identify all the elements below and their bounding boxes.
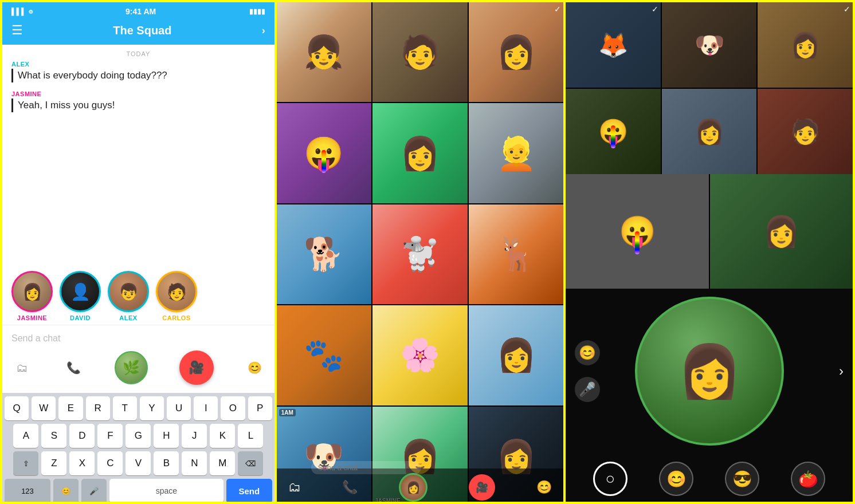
key-s[interactable]: S: [41, 424, 66, 448]
chat-action-bar: 🗂 📞 🌿 🎥 😊: [11, 347, 265, 388]
emoji-icon[interactable]: 😊: [245, 357, 265, 378]
person-face-10: 🐾: [304, 336, 344, 374]
backspace-key[interactable]: ⌫: [238, 451, 263, 475]
face-effect-button[interactable]: 😊: [659, 462, 693, 496]
video-cell-3[interactable]: 👩 ✓: [469, 2, 564, 102]
call-cell-4[interactable]: 😛: [566, 89, 661, 174]
key-x[interactable]: X: [69, 451, 95, 475]
key-i[interactable]: I: [194, 396, 218, 420]
caller-avatar[interactable]: 👩: [399, 473, 428, 502]
video-cell-12[interactable]: 👩: [469, 305, 564, 405]
key-n[interactable]: N: [182, 451, 207, 475]
mic-key[interactable]: 🎤: [81, 479, 107, 503]
video-call-button[interactable]: 🎥: [179, 351, 214, 385]
face-filter-icon[interactable]: 😊: [575, 340, 600, 365]
sticker-icon[interactable]: 🗂: [11, 357, 32, 378]
key-f[interactable]: F: [97, 424, 123, 448]
chat-messages: ALEX What is everybody doing today??? JA…: [2, 61, 274, 265]
avatar-david[interactable]: 👤 DAVID: [60, 271, 101, 321]
person-face-11: 🌸: [400, 336, 440, 374]
chat-placeholder[interactable]: Send a chat: [11, 330, 265, 347]
main-video-container: 😊 🎤 👩 ›: [566, 289, 853, 454]
avatar-jasmine[interactable]: 👩 JASMINE: [11, 271, 53, 321]
video-cell-1[interactable]: 👧: [277, 2, 372, 102]
key-g[interactable]: G: [125, 424, 151, 448]
sticker-bar-icon[interactable]: 🗂: [288, 480, 301, 495]
avatar-label-jasmine: JASMINE: [17, 314, 47, 321]
call-cell-8[interactable]: 👩: [710, 174, 853, 289]
tomato-button[interactable]: 🍅: [791, 462, 825, 496]
call-cell-3[interactable]: 👩 ✓: [758, 2, 853, 88]
battery-icons: ▮▮▮▮: [249, 7, 265, 15]
space-key[interactable]: space: [109, 479, 223, 503]
video-cell-5[interactable]: 👩: [372, 103, 468, 203]
call-cell-7[interactable]: 😛: [566, 174, 708, 289]
video-cell-11[interactable]: 🌸: [372, 305, 468, 405]
call-cell-5[interactable]: 👩: [662, 89, 757, 174]
avatar-carlos-img: 🧑: [156, 271, 197, 312]
key-c[interactable]: C: [97, 451, 123, 475]
key-r[interactable]: R: [86, 396, 110, 420]
key-e[interactable]: E: [58, 396, 83, 420]
shift-key[interactable]: ⇧: [13, 451, 38, 475]
key-q[interactable]: Q: [5, 396, 29, 420]
call-cell-2[interactable]: 🐶: [662, 2, 757, 88]
video-cell-10[interactable]: 🐾: [277, 305, 372, 405]
call-cell-1[interactable]: 🦊 ✓: [566, 2, 661, 88]
chat-input-area: Send a chat 🗂 📞 🌿 🎥 😊: [2, 325, 274, 393]
sunglasses-button[interactable]: 😎: [725, 462, 759, 496]
message-text-2: Yeah, I miss you guys!: [11, 99, 265, 112]
chat-header: ☰ The Squad ›: [2, 18, 274, 45]
key-d[interactable]: D: [69, 424, 95, 448]
end-call-button[interactable]: ○: [593, 462, 627, 496]
video-cell-6[interactable]: 👱: [469, 103, 564, 203]
call-cell-6[interactable]: 🧑: [758, 89, 853, 174]
key-o[interactable]: O: [221, 396, 245, 420]
person-face-7: 🐕: [304, 235, 344, 273]
call-face-8: 👩: [763, 214, 800, 249]
key-b[interactable]: B: [154, 451, 179, 475]
key-w[interactable]: W: [32, 396, 56, 420]
video-cell-4[interactable]: 😛: [277, 103, 372, 203]
mid-video-grid: 😛 👩: [566, 174, 853, 289]
chat-panel: ▌▌▌ ⌾ 9:41 AM ▮▮▮▮ ☰ The Squad › TODAY A…: [2, 2, 277, 504]
key-y[interactable]: Y: [140, 396, 164, 420]
video-cell-9[interactable]: 🦌: [469, 204, 564, 304]
avatar-carlos[interactable]: 🧑 CARLOS: [156, 271, 197, 321]
emoji-keyboard-icon[interactable]: 😊: [53, 479, 79, 503]
key-v[interactable]: V: [125, 451, 151, 475]
phone-icon[interactable]: 📞: [63, 357, 84, 378]
video-bar-button[interactable]: 🎥: [469, 474, 495, 501]
menu-icon[interactable]: ☰: [11, 23, 23, 38]
person-face-8: 🐩: [400, 235, 440, 273]
key-m[interactable]: M: [210, 451, 235, 475]
call-face-3: 👩: [790, 31, 820, 59]
phone-bar-icon[interactable]: 📞: [342, 480, 358, 495]
mic-icon[interactable]: 🎤: [575, 377, 600, 402]
video-cell-8[interactable]: 🐩: [372, 204, 468, 304]
call-face-5: 👩: [695, 117, 724, 145]
avatar-alex[interactable]: 👦 ALEX: [108, 271, 149, 321]
key-a[interactable]: A: [13, 424, 38, 448]
person-face-6: 👱: [496, 135, 536, 172]
key-u[interactable]: U: [167, 396, 191, 420]
send-key[interactable]: Send: [226, 479, 272, 503]
key-z[interactable]: Z: [41, 451, 66, 475]
send-chat-input[interactable]: [311, 461, 421, 474]
person-face-1: 👧: [304, 33, 344, 71]
signal-icon: ▌▌▌: [11, 7, 26, 15]
video-cell-7[interactable]: 🐕: [277, 204, 372, 304]
header-chevron-icon[interactable]: ›: [262, 25, 265, 37]
emoji-bar-icon[interactable]: 😊: [536, 480, 552, 495]
key-h[interactable]: H: [154, 424, 179, 448]
video-avatar[interactable]: 🌿: [115, 351, 148, 384]
key-t[interactable]: T: [113, 396, 137, 420]
right-chevron-icon[interactable]: ›: [839, 363, 844, 379]
key-k[interactable]: K: [210, 424, 235, 448]
key-p[interactable]: P: [248, 396, 272, 420]
num-key[interactable]: 123: [5, 479, 50, 503]
rainbow-7: [635, 231, 640, 254]
video-cell-2[interactable]: 🧑: [372, 2, 468, 102]
key-l[interactable]: L: [238, 424, 263, 448]
key-j[interactable]: J: [182, 424, 207, 448]
